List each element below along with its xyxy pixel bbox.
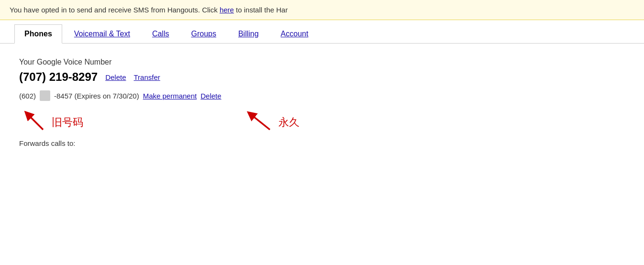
temp-number-prefix: (602) [19,92,36,100]
annotation-right: 永久 [246,110,300,134]
make-permanent-link[interactable]: Make permanent [143,92,197,100]
arrow-left-icon [24,110,48,134]
tab-calls[interactable]: Calls [142,24,179,44]
forwards-row: Forwards calls to: [19,139,625,147]
delete-temp-link[interactable]: Delete [200,92,221,100]
phones-content: Your Google Voice Number (707) 219-8297 … [0,44,644,162]
forwards-label: Forwards calls to: [19,139,76,147]
annotation-left: 旧号码 [24,110,83,134]
banner-link[interactable]: here [220,6,234,14]
gv-number-row: (707) 219-8297 Delete Transfer [19,70,625,84]
temp-number-suffix: -8457 (Expires on 7/30/20) [54,92,139,100]
svg-line-1 [28,114,43,130]
annotation-left-text: 旧号码 [52,115,83,130]
gv-number-label: Your Google Voice Number [19,58,625,66]
annotations-row: 旧号码 永久 [24,110,625,134]
tab-groups[interactable]: Groups [181,24,226,44]
sms-banner: You have opted in to send and receive SM… [0,0,644,20]
temp-number-row: (602) -8457 (Expires on 7/30/20) Make pe… [19,90,625,101]
delete-gv-link[interactable]: Delete [105,73,126,81]
tabs-nav: Phones Voicemail & Text Calls Groups Bil… [0,24,644,44]
svg-line-3 [251,114,270,130]
tab-billing[interactable]: Billing [228,24,269,44]
transfer-gv-link[interactable]: Transfer [133,73,160,81]
tab-account[interactable]: Account [271,24,319,44]
tab-phones[interactable]: Phones [14,24,62,44]
gv-number: (707) 219-8297 [19,70,98,84]
annotation-right-text: 永久 [278,115,300,130]
banner-text-after: to install the Har [234,6,288,14]
avatar [40,90,50,101]
arrow-right-icon [246,110,275,134]
tab-voicemail[interactable]: Voicemail & Text [64,24,140,44]
banner-text: You have opted in to send and receive SM… [10,6,220,14]
